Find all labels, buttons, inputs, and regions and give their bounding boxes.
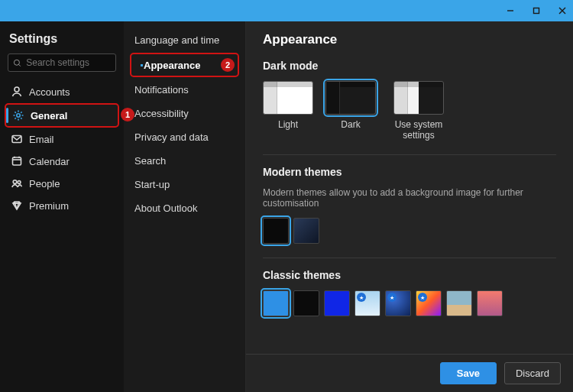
- dark-mode-heading: Dark mode: [263, 60, 556, 72]
- nav-label: Premium: [29, 200, 69, 212]
- classic-swatch-3[interactable]: [324, 290, 350, 316]
- nav-label: Email: [29, 134, 54, 145]
- nav-label: Calendar: [29, 156, 70, 167]
- mid-search[interactable]: Search: [124, 150, 245, 172]
- mid-startup[interactable]: Start-up: [124, 173, 245, 196]
- section-modern-themes: Modern themes Modern themes allow you to…: [263, 166, 556, 258]
- mode-system[interactable]: Use system settings: [388, 81, 449, 141]
- diamond-icon: [11, 199, 23, 212]
- mid-appearance[interactable]: Appearance: [139, 60, 200, 71]
- search-icon: [13, 58, 21, 68]
- window-minimize-button[interactable]: [504, 5, 516, 17]
- mid-notifications[interactable]: Notifications: [124, 79, 245, 101]
- classic-swatch-2[interactable]: [293, 290, 319, 316]
- window-close-button[interactable]: [556, 5, 568, 17]
- premium-star-icon: [387, 293, 397, 302]
- discard-button[interactable]: Discard: [504, 362, 561, 384]
- nav-general[interactable]: General 1: [5, 103, 119, 128]
- people-icon: [11, 177, 23, 190]
- modern-desc: Modern themes allow you to add a backgro…: [263, 187, 556, 209]
- mode-dark-thumb: [325, 81, 376, 115]
- classic-heading: Classic themes: [263, 269, 556, 281]
- mid-about[interactable]: About Outlook: [124, 197, 245, 219]
- window-maximize-button[interactable]: [530, 5, 542, 17]
- search-input[interactable]: [26, 57, 111, 68]
- sidebar-primary: Settings Accounts General 1 Email Calend…: [0, 21, 124, 392]
- nav-calendar[interactable]: Calendar: [5, 151, 119, 172]
- svg-point-13: [13, 180, 17, 184]
- classic-swatch-6[interactable]: [416, 290, 442, 316]
- main-panel: Appearance Dark mode Light Dark Use syst…: [246, 21, 573, 392]
- mode-light-thumb: [263, 81, 313, 115]
- mode-dark-label: Dark: [341, 119, 360, 130]
- annotation-badge-2: 2: [221, 58, 235, 72]
- svg-point-6: [15, 87, 19, 92]
- svg-point-4: [14, 60, 19, 65]
- classic-swatch-7[interactable]: [446, 290, 472, 316]
- main-scroll[interactable]: Appearance Dark mode Light Dark Use syst…: [246, 21, 573, 354]
- secondary-nav: Language and time Appearance 2 Notificat…: [124, 29, 245, 219]
- classic-swatch-1[interactable]: [263, 290, 289, 316]
- gear-icon: [12, 109, 24, 121]
- mode-light-label: Light: [278, 119, 298, 130]
- modern-heading: Modern themes: [263, 166, 556, 178]
- sidebar-secondary: Language and time Appearance 2 Notificat…: [124, 21, 246, 392]
- search-box[interactable]: [8, 53, 116, 72]
- classic-theme-row: [263, 290, 556, 316]
- nav-people[interactable]: People: [5, 173, 119, 194]
- mode-light[interactable]: Light: [263, 81, 313, 141]
- svg-rect-1: [534, 8, 539, 14]
- nav-label: General: [31, 110, 67, 121]
- nav-accounts[interactable]: Accounts: [5, 81, 119, 102]
- person-icon: [11, 86, 23, 98]
- mode-system-thumb: [393, 81, 444, 115]
- page-title: Appearance: [263, 32, 556, 47]
- classic-swatch-4[interactable]: [354, 290, 380, 316]
- svg-rect-9: [13, 157, 21, 165]
- nav-label: Accounts: [29, 86, 70, 98]
- svg-point-14: [18, 181, 21, 184]
- modern-swatch-1[interactable]: [263, 218, 289, 244]
- nav-label: People: [29, 178, 60, 190]
- primary-nav: Accounts General 1 Email Calendar People: [5, 81, 119, 216]
- footer-actions: Save Discard: [246, 354, 573, 392]
- mid-privacy[interactable]: Privacy and data: [124, 126, 245, 148]
- classic-swatch-5[interactable]: [385, 290, 411, 316]
- settings-title: Settings: [5, 28, 119, 49]
- modern-swatch-2[interactable]: [293, 218, 319, 244]
- save-button[interactable]: Save: [440, 362, 497, 384]
- svg-line-5: [19, 64, 21, 66]
- premium-star-icon: [418, 293, 427, 302]
- app-body: Settings Accounts General 1 Email Calend…: [0, 21, 573, 392]
- classic-swatch-8[interactable]: [477, 290, 503, 316]
- premium-star-icon: [357, 293, 366, 302]
- section-dark-mode: Dark mode Light Dark Use system settings: [263, 60, 556, 155]
- calendar-icon: [11, 155, 23, 167]
- mode-system-label: Use system settings: [388, 119, 449, 141]
- nav-email[interactable]: Email: [5, 128, 119, 150]
- dark-mode-options: Light Dark Use system settings: [263, 81, 556, 141]
- mid-accessibility[interactable]: Accessibility: [124, 102, 245, 125]
- section-classic-themes: Classic themes: [263, 269, 556, 319]
- svg-point-7: [17, 114, 20, 117]
- mail-icon: [11, 133, 23, 145]
- mid-language-time[interactable]: Language and time: [124, 29, 245, 51]
- title-bar: [0, 0, 573, 21]
- mode-dark[interactable]: Dark: [325, 81, 376, 141]
- mid-appearance-highlight: Appearance 2: [130, 53, 239, 77]
- modern-theme-row: [263, 218, 556, 244]
- nav-premium[interactable]: Premium: [5, 195, 119, 216]
